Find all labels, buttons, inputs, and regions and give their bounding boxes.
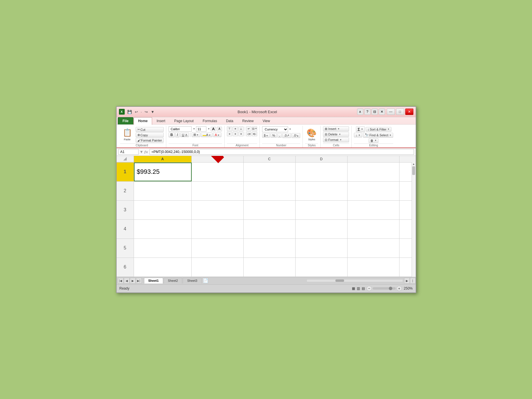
zoom-thumb[interactable]	[389, 287, 392, 290]
cell-e3[interactable]	[348, 201, 400, 219]
cell-a6[interactable]	[134, 258, 192, 277]
number-format-dropdown[interactable]: ▼	[289, 128, 291, 130]
italic-btn[interactable]: I	[175, 132, 180, 137]
sheet-last-btn[interactable]: ▶|	[136, 278, 142, 284]
increase-decimal-btn[interactable]: .0↗	[282, 133, 291, 138]
cell-d6[interactable]	[296, 258, 348, 277]
scroll-up-btn[interactable]: ▲	[412, 162, 415, 166]
tab-home[interactable]: Home	[134, 117, 152, 125]
format-painter-btn[interactable]: 🖌 Format Painter	[136, 138, 164, 143]
cell-e2[interactable]	[348, 182, 400, 200]
cell-c3[interactable]	[244, 201, 296, 219]
cell-d1[interactable]	[296, 163, 348, 181]
cell-c4[interactable]	[244, 220, 296, 238]
align-left-btn[interactable]: ≡	[227, 132, 232, 136]
font-size-input[interactable]	[196, 126, 206, 132]
cell-e6[interactable]	[348, 258, 400, 277]
cell-d3[interactable]	[296, 201, 348, 219]
align-top-btn[interactable]: ⊤	[227, 126, 232, 131]
cell-c2[interactable]	[244, 182, 296, 200]
cell-b6[interactable]	[192, 258, 244, 277]
sort-filter-btn[interactable]: ↕ Sort & Filter ▼	[366, 127, 391, 132]
cell-e4[interactable]	[348, 220, 400, 238]
percent-btn[interactable]: %	[270, 133, 277, 138]
cut-btn[interactable]: ✂ Cut	[136, 127, 164, 132]
sheet-tab-sheet3[interactable]: Sheet3	[183, 278, 201, 284]
help-expand-btn[interactable]: ∧	[357, 109, 363, 115]
view-break-btn[interactable]: ▤	[362, 286, 365, 290]
zoom-out-btn[interactable]: −	[367, 286, 372, 291]
tab-page-layout[interactable]: Page Layout	[170, 117, 198, 124]
decrease-decimal-btn[interactable]: .0↘	[292, 133, 300, 138]
cell-a2[interactable]	[134, 182, 192, 200]
styles-btn[interactable]: 🎨 Styles	[305, 127, 318, 142]
cell-d5[interactable]	[296, 239, 348, 258]
cell-b3[interactable]	[192, 201, 244, 219]
col-header-a[interactable]: A	[134, 156, 192, 162]
close-btn[interactable]: ✕	[405, 109, 413, 115]
autosum-dropdown[interactable]: ▼	[361, 128, 363, 130]
sheet-tab-sheet2[interactable]: Sheet2	[164, 278, 182, 284]
cell-c1[interactable]	[244, 163, 296, 181]
cell-reference-box[interactable]	[118, 149, 139, 155]
cell-b1[interactable]	[192, 163, 244, 181]
sheet-next-btn[interactable]: ▶	[130, 278, 136, 284]
find-dropdown[interactable]: ▼	[389, 134, 391, 137]
redo-quick-btn[interactable]: ↪	[144, 109, 149, 115]
font-color-btn[interactable]: A▼	[213, 133, 221, 137]
new-sheet-btn[interactable]: 📄	[203, 278, 208, 284]
view-page-btn[interactable]: ▥	[357, 286, 360, 290]
maximize-btn[interactable]: □	[396, 109, 404, 115]
cell-b4[interactable]	[192, 220, 244, 238]
window-menu-btn[interactable]: ✕	[379, 109, 385, 115]
h-scroll-thumb[interactable]	[335, 279, 344, 282]
decrease-indent-btn[interactable]: ◁≡	[246, 132, 251, 136]
cell-d4[interactable]	[296, 220, 348, 238]
minimize-btn[interactable]: —	[387, 109, 395, 115]
fill-dropdown[interactable]: ▼	[358, 134, 361, 137]
paste-btn[interactable]: 📋 Paste	[120, 126, 135, 142]
clear-btn[interactable]: 🗑 ▼	[369, 138, 378, 143]
cell-c6[interactable]	[244, 258, 296, 277]
cell-b2[interactable]	[192, 182, 244, 200]
sort-dropdown[interactable]: ▼	[387, 128, 390, 130]
decrease-font-btn[interactable]: A	[217, 127, 222, 131]
corner-cell[interactable]	[117, 156, 134, 162]
zoom-in-btn[interactable]: +	[397, 286, 402, 291]
cell-e5[interactable]	[348, 239, 400, 258]
comma-btn[interactable]: ,	[277, 133, 282, 138]
cell-c5[interactable]	[244, 239, 296, 258]
fill-color-btn[interactable]: A▼	[201, 133, 212, 137]
number-format-select[interactable]: Currency General Number Accounting Date …	[262, 126, 288, 132]
align-middle-btn[interactable]: ≡	[233, 126, 238, 131]
sheet-prev-btn[interactable]: ◀	[124, 278, 130, 284]
cell-a1[interactable]: $993.25	[134, 163, 192, 181]
quick-access-dropdown[interactable]: ▼	[150, 109, 155, 115]
row-header-6[interactable]: 6	[117, 258, 134, 277]
tab-insert[interactable]: Insert	[152, 117, 170, 124]
sheet-first-btn[interactable]: |◀	[118, 278, 124, 284]
tab-file[interactable]: File	[118, 117, 134, 124]
bold-btn[interactable]: B	[169, 132, 175, 137]
formula-input[interactable]: =PMT(0.0042,240,-150000,0,0)	[150, 149, 414, 155]
increase-indent-btn[interactable]: ≡▷	[252, 132, 257, 136]
row-header-1[interactable]: 1	[117, 163, 134, 181]
insert-dropdown[interactable]: ▼	[337, 128, 340, 130]
help-btn[interactable]: ?	[364, 109, 371, 115]
scroll-thumb[interactable]	[412, 166, 415, 175]
font-name-dropdown[interactable]: ▼	[193, 128, 195, 130]
font-size-dropdown[interactable]: ▼	[208, 128, 210, 130]
vertical-scrollbar[interactable]: ▲ ▼	[412, 162, 416, 277]
fill-btn[interactable]: ↓ ▼	[354, 133, 362, 137]
col-header-d[interactable]: D	[296, 156, 348, 162]
tab-data[interactable]: Data	[222, 117, 238, 124]
merge-btn[interactable]: ⊡▼	[252, 126, 257, 131]
cell-a3[interactable]	[134, 201, 192, 219]
row-header-2[interactable]: 2	[117, 182, 134, 200]
cell-d2[interactable]	[296, 182, 348, 200]
cell-e1[interactable]	[348, 163, 400, 181]
view-normal-btn[interactable]: ▦	[352, 286, 355, 290]
zoom-slider[interactable]	[373, 287, 396, 290]
format-cells-btn[interactable]: ⊡ Format ▼	[323, 137, 349, 142]
underline-btn[interactable]: U▼	[180, 133, 189, 137]
